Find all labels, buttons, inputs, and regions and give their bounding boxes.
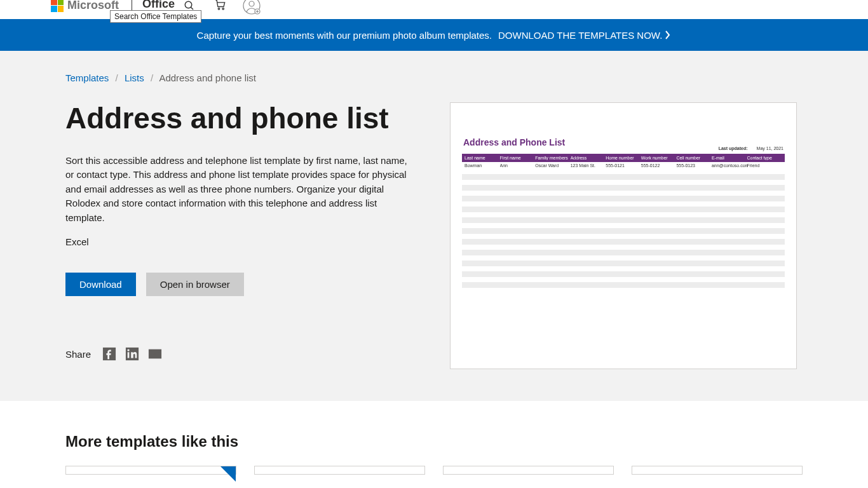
template-card[interactable] xyxy=(254,466,425,475)
download-button[interactable]: Download xyxy=(65,273,136,296)
svg-point-2 xyxy=(218,8,220,10)
banner-text: Capture your best moments with our premi… xyxy=(197,30,492,41)
promo-banner[interactable]: Capture your best moments with our premi… xyxy=(0,19,868,51)
office-product-link[interactable]: Office xyxy=(142,0,175,11)
cart-icon[interactable] xyxy=(214,0,227,11)
template-card[interactable] xyxy=(632,466,803,475)
top-header: Microsoft Office Search Office Templates xyxy=(0,0,868,19)
breadcrumb-lists[interactable]: Lists xyxy=(125,72,144,83)
preview-table-row: Bowman Ann Oscar Ward 123 Main St. 555-0… xyxy=(462,162,785,169)
svg-point-0 xyxy=(185,1,192,8)
microsoft-logo[interactable]: Microsoft xyxy=(51,0,119,12)
preview-updated: Last updated:May 11, 2021 xyxy=(719,146,783,151)
breadcrumb-current: Address and phone list xyxy=(159,72,256,83)
page-title: Address and phone list xyxy=(65,102,418,135)
svg-line-1 xyxy=(191,7,193,10)
open-in-browser-button[interactable]: Open in browser xyxy=(146,273,244,296)
chevron-right-icon xyxy=(665,30,671,39)
template-card[interactable] xyxy=(65,466,236,475)
account-icon[interactable] xyxy=(242,0,261,15)
preview-table: Last name First name Family members Addr… xyxy=(462,154,785,288)
page-description: Sort this accessible address and telepho… xyxy=(65,154,418,226)
breadcrumb-templates[interactable]: Templates xyxy=(65,72,109,83)
search-tooltip: Search Office Templates xyxy=(110,10,201,23)
facebook-icon[interactable] xyxy=(102,347,116,361)
template-card[interactable] xyxy=(443,466,614,475)
svg-point-5 xyxy=(249,1,254,6)
share-label: Share xyxy=(65,349,91,360)
related-templates-row xyxy=(65,466,803,475)
svg-point-12 xyxy=(127,349,129,351)
svg-point-3 xyxy=(222,8,224,10)
banner-cta[interactable]: DOWNLOAD THE TEMPLATES NOW. xyxy=(498,30,671,41)
more-templates-title: More templates like this xyxy=(65,433,803,451)
microsoft-logo-icon xyxy=(51,0,64,12)
svg-rect-11 xyxy=(128,352,130,358)
preview-table-header: Last name First name Family members Addr… xyxy=(462,154,785,162)
app-label: Excel xyxy=(65,236,418,247)
breadcrumb: Templates / Lists / Address and phone li… xyxy=(65,72,803,83)
email-icon[interactable] xyxy=(148,347,162,361)
linkedin-icon[interactable] xyxy=(125,347,139,361)
template-preview: Last updated:May 11, 2021 Address and Ph… xyxy=(450,102,797,369)
